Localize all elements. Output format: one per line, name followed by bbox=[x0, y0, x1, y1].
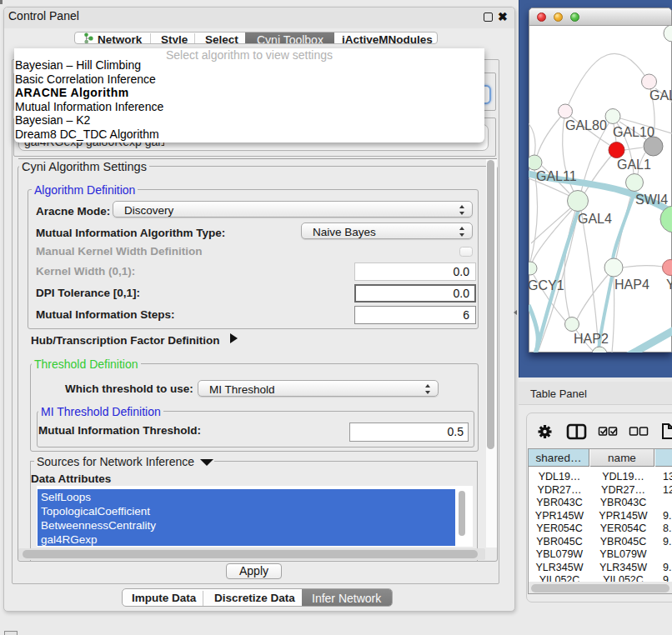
svg-text:GCY1: GCY1 bbox=[529, 278, 564, 292]
svg-text:GAL10: GAL10 bbox=[613, 125, 654, 139]
svg-text:GAL11: GAL11 bbox=[536, 169, 577, 183]
svg-text:HAP4: HAP4 bbox=[614, 278, 649, 292]
svg-text:GAL1: GAL1 bbox=[617, 158, 651, 172]
svg-text:SWI4: SWI4 bbox=[635, 192, 668, 207]
svg-text:GAL80: GAL80 bbox=[565, 118, 607, 132]
svg-text:GAL7: GAL7 bbox=[649, 88, 672, 102]
svg-text:GAL4: GAL4 bbox=[578, 212, 612, 226]
svg-text:HAP2: HAP2 bbox=[574, 332, 609, 346]
svg-text:YM: YM bbox=[666, 278, 672, 292]
